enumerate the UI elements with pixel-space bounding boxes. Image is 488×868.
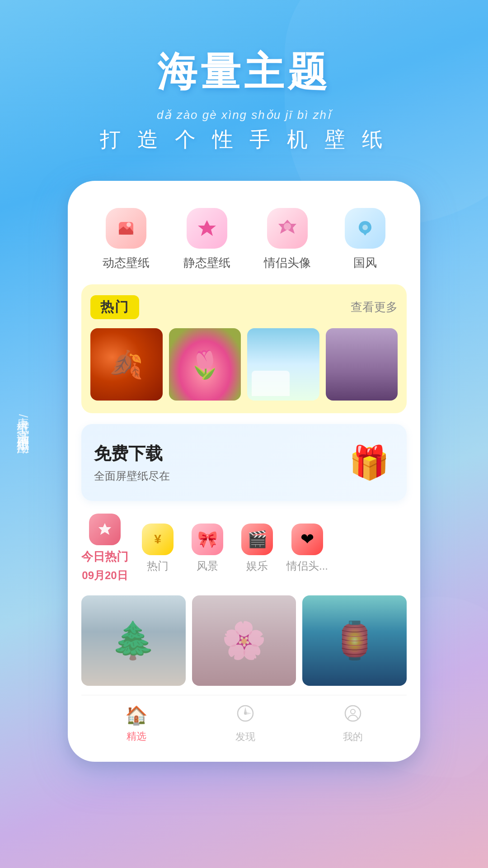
header: 海量主题 dǎ zào gè xìng shǒu jī bì zhǐ 打 造 个… (0, 0, 488, 181)
hot-image-leaves[interactable]: 🍂 (90, 328, 163, 401)
nav-item-discover[interactable]: 发现 (235, 704, 255, 744)
svg-point-12 (351, 709, 355, 714)
bottom-image-fantasy[interactable]: 🏮 (302, 595, 407, 686)
nav-item-mine[interactable]: 我的 (343, 704, 363, 744)
svg-marker-6 (99, 523, 111, 535)
category-static-wallpaper[interactable]: 静态壁纸 (183, 208, 230, 271)
category-chinese-style[interactable]: 国风 (345, 208, 385, 271)
compass-icon (236, 704, 254, 726)
svg-point-4 (284, 223, 291, 230)
bottom-image-tree[interactable]: 🌲 (81, 595, 186, 686)
hot-section: 热门 查看更多 🍂 🌷 (81, 284, 407, 413)
today-hot-label: 今日热门 (81, 549, 128, 565)
nav-item-featured[interactable]: 🏠 精选 (125, 705, 148, 743)
couple-tab-label: 情侣头... (286, 559, 328, 573)
hot-tag: 热门 (90, 295, 139, 319)
see-more-link[interactable]: 查看更多 (351, 299, 398, 315)
cat-label-3: 国风 (353, 255, 377, 271)
date-tab-hot[interactable]: ¥ 热门 (137, 524, 178, 573)
date-label: 09月20日 (82, 568, 127, 583)
phone-mockup: 动态壁纸 静态壁纸 情侣头像 (68, 181, 420, 762)
hot-image-girl[interactable] (326, 328, 398, 401)
svg-marker-10 (245, 712, 252, 715)
free-banner-text: 免费下载 全面屏壁纸尽在 (94, 442, 170, 483)
home-icon: 🏠 (125, 705, 148, 726)
nav-label-mine: 我的 (343, 730, 363, 744)
free-banner[interactable]: 免费下载 全面屏壁纸尽在 🎁 (81, 424, 407, 501)
hot-image-sky[interactable] (247, 328, 319, 401)
svg-point-1 (127, 222, 131, 227)
subtitle-text: 打 造 个 性 手 机 壁 纸 (0, 126, 488, 154)
tulips-decoration: 🌷 (169, 328, 241, 401)
free-banner-title: 免费下载 (94, 442, 170, 465)
bottom-image-blossom[interactable]: 🌸 (192, 595, 296, 686)
nav-label-discover: 发现 (235, 730, 255, 744)
profile-icon (344, 704, 362, 726)
leaves-decoration: 🍂 (90, 328, 163, 401)
pinyin-text: dǎ zào gè xìng shǒu jī bì zhǐ (0, 108, 488, 122)
side-text: 唐卡壁纸/高清动态壁纸应用 (13, 407, 33, 434)
bottom-images-grid: 🌲 🌸 🏮 (81, 595, 407, 686)
dynamic-wallpaper-icon (106, 208, 146, 249)
chinese-style-icon (345, 208, 385, 249)
hot-images-row: 🍂 🌷 (90, 328, 398, 401)
nav-label-featured: 精选 (127, 730, 146, 743)
gift-icon: 🎁 (344, 438, 394, 487)
static-wallpaper-icon (187, 208, 227, 249)
date-tabs-row: 今日热门 09月20日 ¥ 热门 🎀 风景 🎬 娱乐 ❤ 情侣头... (81, 514, 407, 585)
date-tab-scenery[interactable]: 🎀 风景 (187, 524, 228, 573)
scenery-tab-label: 风景 (197, 559, 218, 573)
bottom-nav: 🏠 精选 发现 我的 (81, 695, 407, 762)
couple-avatar-icon (267, 208, 308, 249)
cat-label-0: 动态壁纸 (103, 255, 150, 271)
main-title: 海量主题 (0, 45, 488, 99)
svg-marker-2 (198, 220, 216, 236)
today-hot-icon (89, 514, 121, 545)
svg-point-5 (362, 225, 368, 230)
hot-tab-label: 热门 (147, 559, 169, 573)
hot-tab-icon: ¥ (142, 524, 174, 555)
couple-tab-icon: ❤ (291, 524, 323, 555)
date-tab-entertainment[interactable]: 🎬 娱乐 (237, 524, 277, 573)
cat-label-2: 情侣头像 (264, 255, 311, 271)
girl-decoration (326, 328, 398, 401)
hot-image-tulips[interactable]: 🌷 (169, 328, 241, 401)
date-tab-couple[interactable]: ❤ 情侣头... (286, 524, 328, 573)
scenery-tab-icon: 🎀 (192, 524, 223, 555)
date-tab-today[interactable]: 今日热门 09月20日 (81, 514, 128, 583)
category-couple-avatar[interactable]: 情侣头像 (264, 208, 311, 271)
entertainment-tab-label: 娱乐 (246, 559, 268, 573)
cat-label-1: 静态壁纸 (183, 255, 230, 271)
hot-header: 热门 查看更多 (90, 295, 398, 319)
category-dynamic-wallpaper[interactable]: 动态壁纸 (103, 208, 150, 271)
categories-row: 动态壁纸 静态壁纸 情侣头像 (81, 199, 407, 284)
entertainment-tab-icon: 🎬 (241, 524, 273, 555)
free-banner-subtitle: 全面屏壁纸尽在 (94, 469, 170, 483)
